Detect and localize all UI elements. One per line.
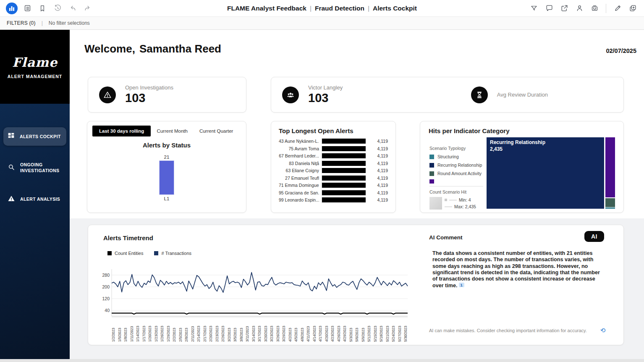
report-list-icon[interactable] bbox=[22, 3, 33, 14]
filter-icon[interactable] bbox=[529, 3, 539, 14]
alert-row-label: 63 Eliane Coigny bbox=[279, 168, 319, 173]
timetrend-legend-transactions[interactable]: # Transactions bbox=[154, 251, 191, 256]
y-axis-tick: 40 bbox=[105, 308, 110, 313]
alert-row-label: 43 Aune Nykänen-L... bbox=[279, 139, 319, 144]
ai-citation-chip[interactable]: 1 bbox=[459, 283, 464, 288]
alert-bar-row[interactable]: 71 Emma Domingues4,119 bbox=[279, 182, 388, 188]
top-longest-open-alerts-card: Top Longest Open Alerts 43 Aune Nykänen-… bbox=[271, 121, 396, 213]
alert-bar-row[interactable]: 95 Graciana de San...4,119 bbox=[279, 190, 388, 196]
alert-bar-row[interactable]: 83 Daniela Niță4,119 bbox=[279, 160, 388, 166]
x-axis-label: 3/8/2023 bbox=[240, 318, 243, 342]
alert-bar-row[interactable]: 67 Bernhard Leder...4,119 bbox=[279, 153, 388, 159]
legend-divider bbox=[429, 186, 483, 186]
ai-badge[interactable]: AI bbox=[584, 231, 604, 242]
bottom-scroll-strip[interactable] bbox=[0, 359, 644, 362]
alert-row-bar[interactable] bbox=[322, 161, 366, 166]
sidebar-item-alert-analysis[interactable]: ALERT ANALYSIS bbox=[3, 190, 66, 209]
alert-bar-row[interactable]: 63 Eliane Coigny4,119 bbox=[279, 168, 388, 173]
treemap: Recurring Relationship2,435 bbox=[487, 137, 615, 209]
sidebar-item-ongoing-investigations[interactable]: ONGOING INVESTIGATIONS bbox=[3, 157, 66, 178]
page-title-segment: FLAME Analyst Feedback bbox=[227, 5, 306, 12]
warning-circle-icon bbox=[99, 87, 116, 103]
x-axis-label: 3/23/2023 bbox=[270, 318, 274, 342]
x-axis-label: 1/11/2023 bbox=[130, 318, 134, 342]
alert-row-value: 4,119 bbox=[377, 139, 388, 144]
x-axis-label: 2/8/2023 bbox=[185, 318, 188, 342]
legend-swatch bbox=[107, 251, 112, 255]
page-title-segment: Fraud Detection bbox=[315, 5, 364, 12]
alert-row-value: 4,119 bbox=[377, 176, 388, 181]
welcome-greeting: Welcome, bbox=[84, 42, 135, 55]
filter-bar[interactable]: FILTERS (0) | No filter selections bbox=[0, 17, 644, 30]
alert-row-bar[interactable] bbox=[322, 153, 366, 158]
alert-row-bar[interactable] bbox=[322, 190, 366, 195]
status-bar-l1[interactable] bbox=[159, 160, 174, 195]
alert-row-bar[interactable] bbox=[322, 176, 366, 181]
share-icon[interactable] bbox=[559, 3, 570, 14]
duplicate-page-icon[interactable] bbox=[627, 3, 638, 14]
timetrend-legend-count-entities[interactable]: Count Entities bbox=[107, 251, 143, 256]
treemap-block-recurring-relationship[interactable]: Recurring Relationship2,435 bbox=[487, 137, 604, 209]
treemap-block-small[interactable] bbox=[605, 198, 615, 207]
comment-icon[interactable] bbox=[544, 3, 555, 14]
alert-row-bar[interactable] bbox=[322, 139, 366, 144]
alert-row-bar[interactable] bbox=[322, 183, 366, 188]
alert-row-value: 4,119 bbox=[377, 197, 388, 202]
size-legend-title: Count Scenario Hit bbox=[429, 189, 483, 194]
ai-comment-body: The data shows a consistent number of en… bbox=[432, 250, 605, 289]
treemap-block-small[interactable] bbox=[605, 207, 615, 209]
alert-row-label: 27 Emanuel Teufl bbox=[279, 176, 319, 181]
tab-current-month[interactable]: Current Month bbox=[151, 126, 194, 136]
undo-icon[interactable] bbox=[67, 3, 78, 14]
filters-count-label[interactable]: FILTERS (0) bbox=[7, 20, 36, 26]
app-logo-icon[interactable] bbox=[6, 3, 18, 14]
count-entities-line[interactable] bbox=[112, 313, 408, 314]
alert-bar-row[interactable]: 43 Aune Nykänen-L...4,119 bbox=[279, 138, 388, 144]
alert-row-label: 99 Leonardo Espin... bbox=[279, 197, 319, 202]
x-axis-label: 5/18/2023 bbox=[380, 318, 383, 342]
refresh-icon[interactable]: ⟳ bbox=[600, 327, 606, 334]
x-axis-label: 1/17/2023 bbox=[142, 318, 146, 342]
alert-row-bar[interactable] bbox=[322, 197, 366, 202]
sidebar: Flame ALERT MANAGEMENT ALERTS COCKPIT ON… bbox=[0, 30, 70, 359]
alert-bar-row[interactable]: 75 Avram Toma4,119 bbox=[279, 146, 388, 152]
tab-last-30-days-rolling[interactable]: Last 30 days rolling bbox=[92, 126, 151, 136]
transactions-line[interactable] bbox=[112, 273, 408, 293]
x-axis-label: 2/20/2023 bbox=[209, 318, 213, 342]
treemap-block-small[interactable] bbox=[605, 137, 615, 197]
x-axis-label: 5/6/2023 bbox=[355, 318, 359, 342]
edit-pencil-icon[interactable] bbox=[612, 3, 623, 14]
size-legend: Min: 4 Max: 2,435 bbox=[429, 197, 483, 210]
x-axis-label: 3/5/2023 bbox=[233, 318, 237, 342]
filter-status-text: No filter selections bbox=[49, 20, 90, 26]
x-axis-label: 2/5/2023 bbox=[179, 318, 183, 342]
x-axis-label: 1/2/2023 bbox=[112, 318, 115, 342]
x-axis-label: 4/23/2023 bbox=[331, 318, 335, 342]
x-axis-label: 1/14/2023 bbox=[136, 318, 140, 342]
redo-icon[interactable] bbox=[82, 3, 93, 14]
tab-current-quarter[interactable]: Current Quarter bbox=[194, 126, 239, 136]
alert-bar-row[interactable]: 27 Emanuel Teufl4,119 bbox=[279, 175, 388, 181]
bar-value-label: 21 bbox=[164, 155, 170, 160]
size-legend-swatch bbox=[429, 197, 442, 210]
ai-disclaimer: AI can make mistakes. Consider checking … bbox=[429, 328, 587, 333]
bookmark-icon[interactable] bbox=[37, 3, 48, 14]
history-icon[interactable] bbox=[52, 3, 63, 14]
hourglass-circle-icon bbox=[471, 87, 488, 103]
sidebar-nav: ALERTS COCKPIT ONGOING INVESTIGATIONS AL… bbox=[0, 127, 70, 209]
alert-bar-row[interactable]: 99 Leonardo Espin...4,119 bbox=[279, 197, 388, 203]
person-icon[interactable] bbox=[574, 3, 585, 14]
alert-row-label: 95 Graciana de San... bbox=[279, 190, 319, 195]
x-axis-label: 1/29/2023 bbox=[167, 318, 170, 342]
assistant-robot-icon[interactable] bbox=[589, 3, 600, 14]
kpi-value: 103 bbox=[308, 91, 343, 105]
warning-icon bbox=[8, 195, 15, 204]
alert-row-bar[interactable] bbox=[322, 168, 366, 173]
alert-row-value: 4,119 bbox=[377, 161, 388, 166]
sidebar-item-alerts-cockpit[interactable]: ALERTS COCKPIT bbox=[3, 127, 66, 146]
chart-title: Alerts Timetrend bbox=[103, 234, 153, 241]
x-axis-label: 1/5/2023 bbox=[118, 318, 122, 342]
alert-row-bar[interactable] bbox=[322, 146, 366, 151]
x-axis-label: 4/26/2023 bbox=[337, 318, 341, 342]
alert-row-value: 4,119 bbox=[377, 183, 388, 188]
